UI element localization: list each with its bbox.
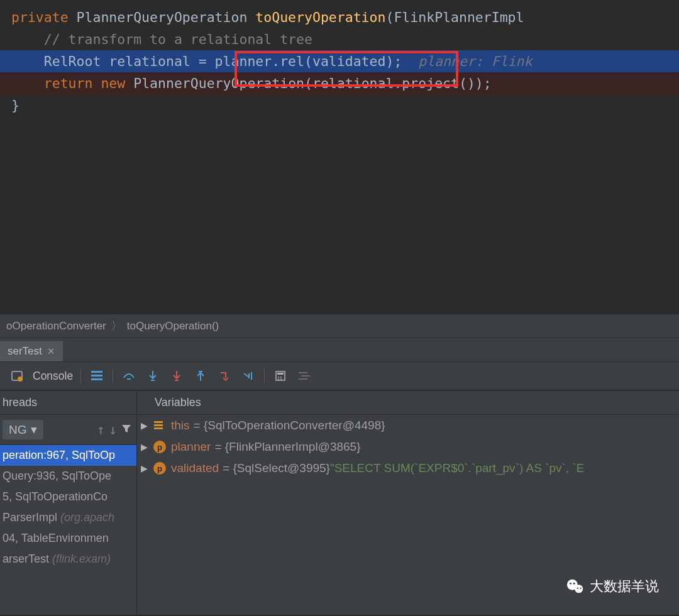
threads-pane: hreads NG ▾ ↑ ↓ peration:967, SqlToOp Qu… — [0, 391, 137, 615]
variable-row[interactable]: ▶ this = {SqlToOperationConverter@4498} — [137, 415, 679, 436]
svg-point-13 — [278, 378, 279, 380]
svg-rect-3 — [91, 375, 102, 377]
code-line-5[interactable]: } — [0, 94, 679, 116]
variables-header: Variables — [137, 391, 679, 415]
force-step-into-icon[interactable] — [168, 367, 185, 385]
variable-value: = {SqlToOperationConverter@4498} — [194, 419, 385, 432]
svg-point-11 — [278, 377, 279, 378]
filter-icon[interactable] — [121, 422, 132, 437]
svg-rect-7 — [175, 380, 179, 381]
tab-label: serTest — [8, 345, 42, 358]
comment: // transform to a relational tree — [44, 31, 312, 47]
stack-frame[interactable]: 04, TableEnvironmen — [0, 528, 136, 549]
step-over-icon[interactable] — [120, 367, 138, 385]
console-icon[interactable] — [8, 367, 26, 385]
stack-frame[interactable]: 5, SqlToOperationCo — [0, 487, 136, 507]
svg-rect-4 — [91, 378, 102, 380]
svg-point-1 — [18, 377, 23, 382]
svg-rect-10 — [277, 373, 284, 375]
run-to-cursor-icon[interactable] — [240, 367, 257, 385]
svg-point-23 — [570, 583, 571, 585]
variable-value: = {FlinkPlannerImpl@3865} — [214, 440, 360, 454]
console-label[interactable]: Console — [33, 370, 73, 383]
variable-row[interactable]: ▶ p planner = {FlinkPlannerImpl@3865} — [137, 436, 679, 458]
separator — [113, 368, 113, 383]
caret-right-icon[interactable]: ▶ — [141, 442, 150, 452]
separator — [80, 368, 81, 383]
svg-point-22 — [575, 585, 583, 593]
drop-frame-icon[interactable] — [216, 367, 233, 385]
svg-rect-19 — [154, 424, 163, 426]
step-out-icon[interactable] — [192, 367, 209, 385]
keyword-return: return — [44, 75, 93, 91]
code-line-2[interactable]: // transform to a relational tree — [0, 28, 679, 50]
code-line-4[interactable]: return new PlannerQueryOperation(relatio… — [0, 72, 679, 94]
svg-rect-15 — [299, 372, 307, 373]
statement: RelRoot relational = — [44, 53, 215, 69]
inline-hint: planner: Flink — [418, 53, 532, 69]
separator — [264, 368, 265, 383]
watermark-text: 大数据羊说 — [590, 577, 659, 596]
close-icon[interactable]: ✕ — [47, 346, 55, 357]
code-line-3[interactable]: RelRoot relational = planner.rel(validat… — [0, 50, 679, 72]
variable-string: "SELECT SUM(`EXPR$0`.`part_pv`) AS `pv`,… — [330, 461, 584, 475]
watermark: 大数据羊说 — [566, 577, 659, 596]
stack-icon[interactable] — [88, 367, 106, 385]
svg-point-24 — [573, 583, 575, 585]
variable-name: planner — [171, 440, 211, 454]
variable-name: this — [171, 419, 190, 432]
stack-frame[interactable]: ParserImpl (org.apach — [0, 507, 136, 528]
breadcrumb-item[interactable]: toQueryOperation() — [127, 320, 219, 333]
svg-point-26 — [580, 588, 581, 589]
svg-rect-8 — [199, 371, 202, 372]
return-expr: PlannerQueryOperation(relational.project… — [133, 75, 492, 91]
variable-value: = {SqlSelect@3995} — [223, 461, 330, 475]
threads-controls: NG ▾ ↑ ↓ — [0, 415, 136, 445]
svg-rect-5 — [127, 378, 131, 380]
arrow-up-icon[interactable]: ↑ — [97, 422, 105, 437]
breadcrumb-item[interactable]: oOperationConverter — [6, 320, 106, 333]
frames-list[interactable]: peration:967, SqlToOp Query:936, SqlToOp… — [0, 445, 136, 569]
svg-rect-20 — [154, 427, 163, 429]
caret-right-icon[interactable]: ▶ — [141, 421, 150, 431]
evaluate-icon[interactable] — [272, 367, 289, 385]
stack-frame[interactable]: Query:936, SqlToOpe — [0, 466, 136, 487]
caret-right-icon[interactable]: ▶ — [141, 463, 150, 473]
threads-header: hreads — [0, 391, 136, 415]
svg-rect-17 — [299, 378, 307, 380]
svg-point-14 — [280, 378, 282, 380]
stack-frame[interactable]: peration:967, SqlToOp — [0, 445, 136, 466]
keyword-private: private — [11, 9, 69, 25]
close-brace: } — [11, 97, 19, 113]
svg-rect-2 — [91, 371, 102, 373]
parameter-icon: p — [153, 462, 166, 475]
trace-icon[interactable] — [295, 367, 313, 385]
code-line-1[interactable]: private PlannerQueryOperation toQueryOpe… — [0, 6, 679, 28]
svg-rect-16 — [301, 375, 310, 377]
variable-row[interactable]: ▶ p validated = {SqlSelect@3995} "SELECT… — [137, 458, 679, 479]
keyword-new: new — [101, 75, 125, 91]
code-editor[interactable]: private PlannerQueryOperation toQueryOpe… — [0, 0, 679, 314]
svg-rect-18 — [154, 421, 163, 423]
breadcrumb-bar: oOperationConverter 〉 toQueryOperation() — [0, 314, 679, 338]
step-into-icon[interactable] — [144, 367, 162, 385]
arrow-down-icon[interactable]: ↓ — [109, 422, 117, 437]
type-name: PlannerQueryOperation — [77, 9, 256, 25]
svg-point-12 — [280, 377, 282, 378]
debug-tab[interactable]: serTest ✕ — [0, 341, 63, 361]
chevron-right-icon: 〉 — [111, 319, 122, 333]
svg-rect-6 — [151, 380, 155, 381]
parameter-icon: p — [153, 441, 166, 453]
debug-toolbar: Console — [0, 362, 679, 391]
svg-point-25 — [577, 588, 578, 589]
thread-selector[interactable]: NG ▾ — [3, 420, 43, 439]
variable-name: validated — [171, 461, 219, 475]
annotated-expr: planner.rel(validated); — [215, 53, 402, 69]
method-name: toQueryOperation — [255, 9, 385, 25]
object-icon — [153, 419, 166, 432]
param-type: FlinkPlannerImpl — [394, 9, 524, 25]
stack-frame[interactable]: arserTest (flink.exam) — [0, 549, 136, 569]
debug-tab-bar: serTest ✕ — [0, 338, 679, 362]
wechat-icon — [566, 577, 585, 596]
